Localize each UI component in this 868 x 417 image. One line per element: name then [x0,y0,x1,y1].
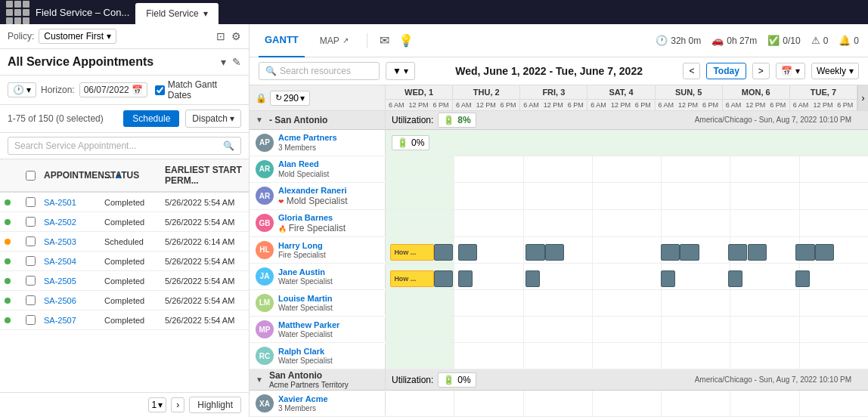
tab-gantt[interactable]: GANTT [259,24,305,57]
cell [662,183,730,209]
day-label-thu: THU, 2 [453,85,519,100]
row-checkbox-cell [21,193,39,212]
gantt-task-jane-5[interactable] [661,270,675,287]
resource-name[interactable]: Harry Long [278,241,326,251]
resource-name[interactable]: Ralph Clark [278,347,333,357]
cell [730,156,799,182]
cell [730,183,799,209]
schedule-button[interactable]: Schedule [123,110,179,127]
avatar-gloria: GB [256,214,274,232]
row-appointment-id[interactable]: SA-2505 [39,272,100,290]
gantt-task-jane-3[interactable] [458,270,473,287]
row-earliest-start: 5/26/2022 5:54 AM [160,193,249,212]
resource-role: Water Specialist [278,277,333,286]
gantt-task-harry-7[interactable] [680,244,699,261]
gantt-task-harry-9[interactable] [748,244,767,261]
row-checkbox[interactable] [26,295,36,305]
day-label-wed: WED, 1 [386,85,452,100]
resource-name[interactable]: Alexander Raneri [278,186,347,196]
gantt-area: 🔒 ↻ 290 ▾ WED, 1 6 AM 12 PM 6 PM [250,85,868,417]
row-appointment-id[interactable]: SA-2506 [39,292,100,310]
territory2-arrow-icon[interactable]: ▼ [256,375,263,384]
row-appointment-id[interactable]: SA-2507 [39,311,100,329]
cell [454,290,523,316]
filter-button[interactable]: ▼ ▾ [386,62,415,80]
gantt-task-harry-4[interactable] [525,244,545,261]
envelope-icon[interactable]: ✉ [380,33,389,48]
collapse-button[interactable]: › [857,85,868,110]
th-appointment[interactable]: APPOINTMEN... ▲ [39,162,100,188]
app-grid-icon[interactable] [6,1,29,24]
settings-icon[interactable]: ⚙ [231,30,241,42]
row-checkbox[interactable] [26,315,36,325]
search-resources-input[interactable]: 🔍 Search resources [259,62,380,80]
row-checkbox[interactable] [26,276,36,286]
dispatch-button[interactable]: Dispatch ▾ [185,110,241,128]
th-status[interactable]: STATUS [100,162,160,188]
edit-icon[interactable]: ✎ [232,56,241,68]
cell [524,317,593,342]
territory-arrow-icon[interactable]: ▼ [256,116,263,124]
gantt-task-harry-6[interactable] [661,244,680,261]
next-week-button[interactable]: > [752,63,770,79]
stat-tasks-value: 0/10 [783,36,800,46]
gantt-task-harry-11[interactable] [815,244,835,261]
today-button[interactable]: Today [706,63,746,79]
prev-week-button[interactable]: < [683,63,700,79]
gantt-task-jane-4[interactable] [525,270,540,287]
row-checkbox[interactable] [26,197,36,207]
row-checkbox[interactable] [26,236,36,246]
policy-select[interactable]: Customer First ▾ [39,29,116,44]
page-select[interactable]: 1 ▾ [148,397,167,412]
utilization-box: 🔋 8% [438,113,476,128]
car-icon: 🚗 [711,35,724,46]
row-checkbox[interactable] [26,256,36,266]
resource-name[interactable]: Xavier Acme [278,394,328,404]
row-appointment-id[interactable]: SA-2501 [39,193,100,212]
highlight-button[interactable]: Highlight [189,397,241,413]
resource-name[interactable]: Alan Reed [278,159,329,169]
resource-info-louise: LM Louise Martin Water Specialist [250,291,386,315]
tab-map[interactable]: MAP ↗ [314,24,355,57]
gantt-task-jane-2[interactable] [434,270,454,287]
stat-drive: 🚗 0h 27m [711,35,757,46]
row-checkbox[interactable] [26,217,36,227]
external-link-icon: ↗ [343,36,349,45]
clock-btn[interactable]: 🕐 ▾ [8,82,36,97]
resource-name[interactable]: Jane Austin [278,267,333,277]
search-appointment-input[interactable]: Search Service Appointment... 🔍 [8,137,241,155]
calendar-view-select[interactable]: 📅 ▾ [776,63,805,79]
gantt-task-harry-3[interactable] [458,244,478,261]
avatar-alexander: AR [256,187,274,205]
gantt-task-harry-10[interactable] [795,244,815,261]
gantt-task-harry-5[interactable] [545,244,565,261]
row-appointment-id[interactable]: SA-2502 [39,213,100,231]
dispatch-chevron-icon: ▾ [230,113,234,124]
resource-name[interactable]: Gloria Barnes [278,213,346,223]
resource-row-xavier: XA Xavier Acme 3 Members [250,391,868,417]
bulb-icon[interactable]: 💡 [398,33,414,48]
row-earliest-start: 5/26/2022 6:14 AM [160,233,249,251]
row-appointment-id[interactable]: SA-2504 [39,252,100,270]
gantt-task-jane-1[interactable]: How ... [390,270,433,287]
match-gantt-checkbox[interactable] [155,85,165,95]
gantt-task-harry-2[interactable] [434,244,454,261]
refresh-icon[interactable]: ⊡ [216,30,225,42]
gantt-task-jane-6[interactable] [728,270,742,287]
resource-name[interactable]: Louise Martin [278,294,333,304]
row-appointment-id[interactable]: SA-2503 [39,233,100,251]
horizon-date-input[interactable]: 06/07/2022 📅 [79,82,147,97]
th-earliest-start[interactable]: EARLIEST START PERM... [160,162,249,188]
page-next-button[interactable]: › [171,397,184,412]
gantt-task-harry-8[interactable] [728,244,748,261]
gantt-task-jane-7[interactable] [795,270,810,287]
filter-icon[interactable]: ▾ [221,56,226,68]
cell [593,391,662,416]
resource-name[interactable]: Matthew Parker [278,320,339,330]
gantt-task-harry-1[interactable]: How ... [390,244,433,261]
field-service-tab[interactable]: Field Service ▾ [135,3,218,24]
weekly-view-select[interactable]: Weekly ▾ [811,63,859,79]
resource-name[interactable]: Acme Partners [278,133,337,143]
time-slot: 6 AM [790,100,812,110]
select-all-checkbox[interactable] [26,171,36,181]
